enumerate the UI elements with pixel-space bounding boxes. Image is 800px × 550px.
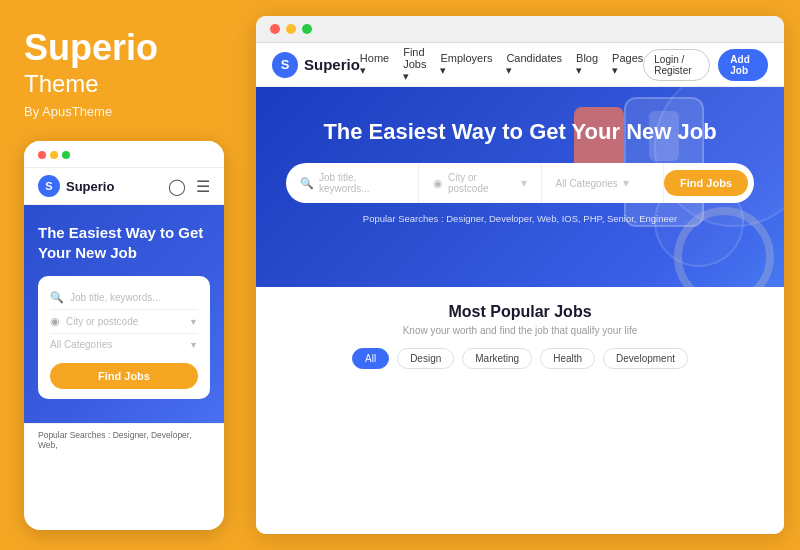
- mobile-navbar: S Superio ◯ ☰: [24, 168, 224, 205]
- location-search-field[interactable]: ◉ City or postcode ▾: [419, 163, 542, 203]
- site-logo-row: S Superio: [272, 52, 360, 78]
- hero-title: The Easiest Way to Get Your New Job: [286, 119, 754, 145]
- mobile-logo-row: S Superio: [38, 175, 114, 197]
- popular-searches-bar: Popular Searches : Designer, Developer, …: [286, 213, 754, 224]
- tag-marketing[interactable]: Marketing: [462, 348, 532, 369]
- divider-icon: ▾: [521, 176, 527, 190]
- user-icon: ◯: [168, 177, 186, 196]
- mobile-popular-searches: Popular Searches : Designer, Developer, …: [24, 423, 224, 458]
- browser-dot-green: [302, 24, 312, 34]
- location-icon: ◉: [50, 315, 60, 328]
- site-popular-jobs: Most Popular Jobs Know your worth and fi…: [256, 287, 784, 534]
- site-nav-links: Home ▾ Find Jobs ▾ Employers ▾ Candidate…: [360, 46, 643, 83]
- nav-employers[interactable]: Employers ▾: [440, 52, 492, 77]
- brand-by: By ApusTheme: [24, 104, 224, 119]
- site-logo-icon: S: [272, 52, 298, 78]
- browser-chrome: [256, 16, 784, 43]
- mobile-logo-text: Superio: [66, 179, 114, 194]
- nav-find-jobs[interactable]: Find Jobs ▾: [403, 46, 426, 83]
- site-navbar: S Superio Home ▾ Find Jobs ▾ Employers ▾…: [256, 43, 784, 87]
- mobile-category-field[interactable]: All Categories ▼: [50, 334, 198, 355]
- nav-candidates[interactable]: Candidates ▾: [506, 52, 562, 77]
- login-register-button[interactable]: Login / Register: [643, 49, 710, 81]
- category-search-field[interactable]: All Categories ▾: [542, 163, 665, 203]
- find-jobs-button[interactable]: Find Jobs: [664, 170, 748, 196]
- search-icon: 🔍: [50, 291, 64, 304]
- keyword-search-field[interactable]: 🔍 Job title, keywords...: [286, 163, 419, 203]
- nav-home[interactable]: Home ▾: [360, 52, 389, 77]
- brand-title: Superio Theme By ApusTheme: [24, 28, 224, 119]
- dot-red: [38, 151, 46, 159]
- mobile-search-box: 🔍 Job title, keywords... ◉ City or postc…: [38, 276, 210, 399]
- chevron-down-icon: ▼: [189, 317, 198, 327]
- brand-subtitle: Theme: [24, 70, 224, 99]
- menu-icon: ☰: [196, 177, 210, 196]
- site-search-bar: 🔍 Job title, keywords... ◉ City or postc…: [286, 163, 754, 203]
- mobile-hero-title: The Easiest Way to Get Your New Job: [38, 223, 210, 262]
- browser-dot-yellow: [286, 24, 296, 34]
- search-icon: 🔍: [300, 177, 314, 190]
- category-placeholder-text: All Categories: [556, 178, 618, 189]
- mobile-nav-icons: ◯ ☰: [168, 177, 210, 196]
- mobile-dots: [38, 151, 70, 159]
- brand-name: Superio: [24, 28, 224, 68]
- mobile-location-field[interactable]: ◉ City or postcode ▼: [50, 310, 198, 334]
- mobile-find-btn[interactable]: Find Jobs: [50, 363, 198, 389]
- mobile-top-bar: [24, 141, 224, 168]
- nav-blog[interactable]: Blog ▾: [576, 52, 598, 77]
- tag-all[interactable]: All: [352, 348, 389, 369]
- popular-jobs-subtitle: Know your worth and find the job that qu…: [286, 325, 754, 336]
- site-logo-text: Superio: [304, 56, 360, 73]
- mobile-mockup: S Superio ◯ ☰ The Easiest Way to Get You…: [24, 141, 224, 530]
- dot-green: [62, 151, 70, 159]
- right-panel: S Superio Home ▾ Find Jobs ▾ Employers ▾…: [248, 0, 800, 550]
- mobile-logo-icon: S: [38, 175, 60, 197]
- browser-window: S Superio Home ▾ Find Jobs ▾ Employers ▾…: [256, 16, 784, 534]
- left-panel: Superio Theme By ApusTheme S Superio ◯ ☰: [0, 0, 248, 550]
- nav-pages[interactable]: Pages ▾: [612, 52, 643, 77]
- pin-icon: ◉: [433, 177, 443, 190]
- location-placeholder-text: City or postcode: [448, 172, 516, 194]
- site-nav-actions: Login / Register Add Job: [643, 49, 768, 81]
- tag-design[interactable]: Design: [397, 348, 454, 369]
- popular-jobs-title: Most Popular Jobs: [286, 303, 754, 321]
- location-placeholder: City or postcode: [66, 316, 138, 327]
- add-job-button[interactable]: Add Job: [718, 49, 768, 81]
- browser-dot-red: [270, 24, 280, 34]
- category-chevron-icon: ▾: [623, 176, 629, 190]
- site-hero: The Easiest Way to Get Your New Job 🔍 Jo…: [256, 87, 784, 287]
- keyword-placeholder: Job title, keywords...: [70, 292, 161, 303]
- chevron-down-icon-2: ▼: [189, 340, 198, 350]
- mobile-keyword-field[interactable]: 🔍 Job title, keywords...: [50, 286, 198, 310]
- category-placeholder: All Categories: [50, 339, 112, 350]
- tag-health[interactable]: Health: [540, 348, 595, 369]
- popular-job-tags: All Design Marketing Health Development: [286, 348, 754, 369]
- tag-development[interactable]: Development: [603, 348, 688, 369]
- mobile-hero: The Easiest Way to Get Your New Job 🔍 Jo…: [24, 205, 224, 423]
- dot-yellow: [50, 151, 58, 159]
- keyword-placeholder-text: Job title, keywords...: [319, 172, 404, 194]
